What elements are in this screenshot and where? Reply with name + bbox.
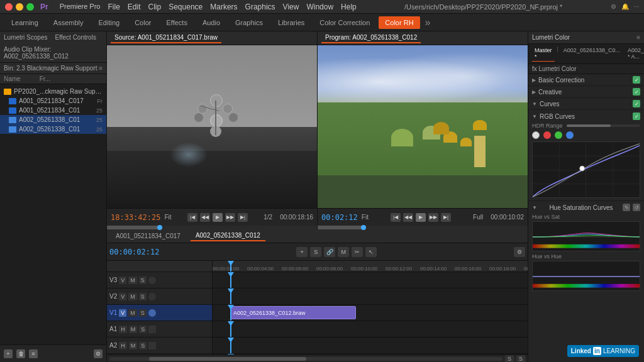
settings-icon[interactable]: ⚙ <box>94 349 103 358</box>
basic-correction-section[interactable]: ▶ Basic Correction ✓ <box>528 74 644 86</box>
source-fit-label[interactable]: Fit <box>164 214 171 221</box>
ws-tab-color-rh[interactable]: Color RH <box>379 16 419 29</box>
ws-tab-graphics[interactable]: Graphics <box>229 16 269 29</box>
scroll-thumb[interactable] <box>149 357 306 361</box>
snap-btn[interactable]: S <box>310 247 321 257</box>
program-rewind[interactable]: ◀◀ <box>403 213 413 222</box>
timeline-scrollbar[interactable]: S S <box>107 354 528 362</box>
menu-item-view[interactable]: View <box>283 3 299 11</box>
program-fit-label[interactable]: Fit <box>362 214 369 221</box>
curves-section[interactable]: ▼ Curves ✓ <box>528 98 644 110</box>
ws-tab-learning[interactable]: Learning <box>5 16 45 29</box>
playhead[interactable] <box>230 261 231 272</box>
track-v2-mute[interactable]: M <box>128 293 137 300</box>
zoom-out-btn[interactable]: S <box>516 355 525 363</box>
menu-item-window[interactable]: Window <box>306 3 333 11</box>
program-progress-bar[interactable] <box>318 226 528 229</box>
marker-btn[interactable]: M <box>338 247 349 257</box>
track-v3-toggle[interactable]: V <box>119 277 126 284</box>
bin-item-1[interactable]: A001_05211834_C01 25 <box>0 106 106 115</box>
curves-canvas[interactable] <box>532 141 640 198</box>
hue-sat-edit[interactable]: ✎ <box>623 204 630 211</box>
source-play[interactable]: ▶ <box>213 213 223 222</box>
ws-tab-effects[interactable]: Effects <box>160 16 193 29</box>
curves-toggle[interactable]: ✓ <box>633 100 640 107</box>
menu-item-sequence[interactable]: Sequence <box>169 3 203 11</box>
menu-item-markers[interactable]: Markers <box>210 3 237 11</box>
timeline-tab-0[interactable]: A001_05211834_C017 <box>111 231 186 241</box>
ws-tab-color[interactable]: Color <box>128 16 157 29</box>
blue-channel-dot[interactable] <box>566 131 574 139</box>
hue-vs-hue-curve[interactable] <box>532 261 640 291</box>
new-bin-icon[interactable]: + <box>4 349 13 358</box>
tab-effect-controls[interactable]: Effect Controls <box>51 31 99 43</box>
workspace-more[interactable]: » <box>425 17 431 28</box>
track-a2-solo[interactable]: S <box>139 342 147 349</box>
menu-item-clip[interactable]: Clip <box>148 3 162 11</box>
green-channel-dot[interactable] <box>555 131 562 139</box>
source-tab-label[interactable]: Source: A001_05211834_C017.braw <box>111 33 221 43</box>
lumetri-menu-icon[interactable]: ≡ <box>636 34 640 41</box>
v1-clip[interactable]: A002_05261338_C012.braw <box>230 306 356 319</box>
source-next-frame[interactable]: ▶| <box>238 213 248 222</box>
track-v1-mute[interactable]: M <box>128 309 137 317</box>
hue-sat-header[interactable]: ▼ Hue Saturation Curves ✎ ↺ <box>532 204 640 211</box>
menu-item-edit[interactable]: Edit <box>128 3 141 11</box>
source-forward[interactable]: ▶▶ <box>225 213 235 222</box>
ws-tab-color-correction[interactable]: Color Correction <box>313 16 376 29</box>
basic-correction-toggle[interactable]: ✓ <box>633 76 640 84</box>
bin-menu-icon[interactable]: ≡ <box>99 65 103 72</box>
track-a1-toggle[interactable]: H <box>119 326 127 333</box>
track-v3-mute[interactable]: M <box>128 277 137 284</box>
program-prev-frame[interactable]: |◀ <box>391 213 401 222</box>
minimize-button[interactable] <box>16 3 23 11</box>
bin-item-0[interactable]: A001_05211834_C017 Fr <box>0 96 106 106</box>
zoom-in-btn[interactable]: S <box>505 355 514 363</box>
timeline-tab-1[interactable]: A002_05261338_C012 <box>191 231 265 241</box>
program-resolution[interactable]: Full <box>473 214 483 221</box>
bin-item-2[interactable]: A002_05261338_C01 25 <box>0 115 106 124</box>
program-next-frame[interactable]: ▶| <box>441 213 451 222</box>
source-progress-bar[interactable] <box>107 226 317 229</box>
source-monitor-screen[interactable] <box>107 45 317 208</box>
add-track-btn[interactable]: + <box>296 247 308 257</box>
red-channel-dot[interactable] <box>543 131 551 139</box>
clip-selector-master[interactable]: Master * <box>532 46 555 62</box>
delete-icon[interactable]: 🗑 <box>16 349 25 358</box>
clip-selector-clip[interactable]: A002_05261338_C0... <box>561 46 623 62</box>
menu-item-file[interactable]: File <box>108 3 119 11</box>
track-v1-toggle[interactable]: V <box>119 309 126 317</box>
rgb-curves-header[interactable]: ▼ RGB Curves ✓ <box>532 112 640 120</box>
program-monitor-screen[interactable] <box>318 45 528 208</box>
scroll-track[interactable] <box>109 357 502 361</box>
clip-selector-tab2[interactable]: A002_05261338_C012 * A... <box>625 46 644 62</box>
track-v1-sync[interactable]: S <box>139 309 147 317</box>
hue-vs-sat-curve[interactable] <box>532 221 640 251</box>
linked-btn[interactable]: 🔗 <box>324 247 335 257</box>
maximize-button[interactable] <box>26 3 34 11</box>
ws-tab-editing[interactable]: Editing <box>92 16 126 29</box>
menu-item-premiere[interactable]: Premiere Pro <box>60 3 101 11</box>
track-a1-mute[interactable]: M <box>129 326 138 333</box>
ws-tab-libraries[interactable]: Libraries <box>272 16 311 29</box>
timeline-settings[interactable]: ⚙ <box>514 247 525 257</box>
menu-item-graphics[interactable]: Graphics <box>245 3 275 11</box>
program-forward[interactable]: ▶▶ <box>428 213 438 222</box>
track-v3-sync[interactable]: S <box>139 277 147 284</box>
ws-tab-audio[interactable]: Audio <box>196 16 226 29</box>
tab-lumetri-scopes[interactable]: Lumetri Scopes <box>0 31 51 43</box>
program-tab-label[interactable]: Program: A002_05261338_C012 <box>321 33 421 43</box>
tab-audio-clip-mixer[interactable]: Audio Clip Mixer: A002_05261338_C012 <box>0 43 106 62</box>
creative-section[interactable]: ▶ Creative ✓ <box>528 86 644 98</box>
razor-btn[interactable]: ✂ <box>352 247 363 257</box>
list-view-icon[interactable]: ≡ <box>29 349 38 358</box>
track-a2-toggle[interactable]: H <box>119 342 127 349</box>
menu-item-help[interactable]: Help <box>341 3 357 11</box>
track-v2-sync[interactable]: S <box>139 293 147 300</box>
bin-item-3[interactable]: A002_05261338_C01 25 <box>0 124 106 134</box>
track-v2-toggle[interactable]: V <box>119 293 126 300</box>
ws-tab-assembly[interactable]: Assembly <box>47 16 90 29</box>
track-a2-mute[interactable]: M <box>129 342 138 349</box>
close-button[interactable] <box>5 3 13 11</box>
hdr-range-slider[interactable] <box>567 124 640 127</box>
